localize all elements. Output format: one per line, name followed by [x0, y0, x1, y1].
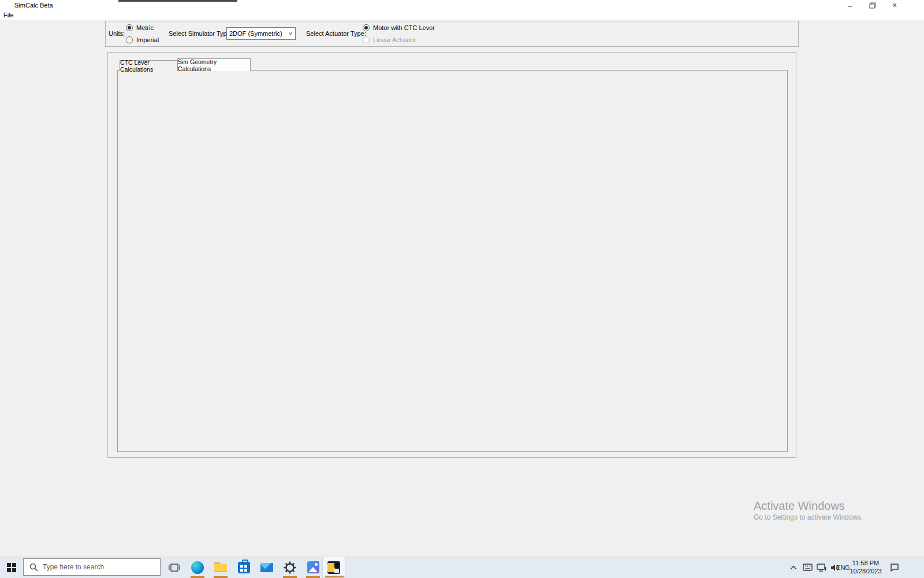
- simcalc-app-icon: [327, 561, 340, 574]
- notification-icon: [890, 563, 899, 572]
- search-placeholder: Type here to search: [43, 563, 104, 571]
- photos-icon: [307, 561, 319, 573]
- windows-logo-icon: [7, 563, 16, 572]
- gear-icon: [284, 561, 296, 574]
- radio-linear-actuator-label: Linear Actuator: [373, 36, 416, 43]
- tray-chevron-button[interactable]: [787, 557, 800, 578]
- action-center-button[interactable]: [886, 557, 903, 578]
- radio-linear-actuator: [363, 36, 370, 43]
- actuator-type-label: Select Actuator Type:: [306, 30, 366, 37]
- radio-metric[interactable]: [126, 24, 133, 31]
- taskbar-search[interactable]: Type here to search: [23, 558, 161, 576]
- restore-icon: [869, 2, 876, 9]
- sim-type-label: Select Simulator Type:: [169, 30, 232, 37]
- taskbar-explorer-button[interactable]: [209, 557, 232, 578]
- store-icon: [238, 562, 250, 573]
- radio-metric-label[interactable]: Metric: [136, 24, 154, 31]
- window-title: SimCalc Beta: [14, 2, 53, 9]
- clock-time: 11:58 PM: [848, 559, 884, 567]
- menu-bar: [0, 11, 924, 20]
- close-button[interactable]: ✕: [885, 0, 904, 11]
- task-view-button[interactable]: [163, 557, 186, 578]
- tray-keyboard-button[interactable]: [800, 557, 814, 578]
- sim-type-value: 2DOF (Symmetric): [227, 30, 286, 37]
- taskbar-settings-button[interactable]: [278, 557, 301, 578]
- minimize-button[interactable]: –: [840, 0, 860, 11]
- restore-button[interactable]: [863, 0, 882, 11]
- sim-type-dropdown[interactable]: 2DOF (Symmetric) ∨: [226, 27, 296, 40]
- units-label: Units:: [109, 30, 125, 37]
- activate-windows-text: Activate Windows: [754, 499, 845, 513]
- file-explorer-icon: [214, 562, 227, 572]
- menu-file[interactable]: File: [3, 12, 14, 18]
- taskbar-photos-button[interactable]: [301, 557, 325, 578]
- radio-motor-ctc-label[interactable]: Motor with CTC Lever: [373, 24, 435, 31]
- search-icon: [29, 563, 38, 572]
- touch-keyboard-icon: [803, 564, 813, 571]
- tab-sim-geometry-label: Sim Geometry Calculations: [178, 58, 250, 72]
- background-window-strip: [118, 0, 237, 2]
- network-icon: [817, 564, 827, 572]
- activate-windows-subtext: Go to Settings to activate Windows.: [754, 513, 863, 521]
- tab-sim-geometry[interactable]: Sim Geometry Calculations: [177, 58, 251, 71]
- task-view-icon: [169, 563, 180, 572]
- radio-imperial-label[interactable]: Imperial: [136, 36, 159, 43]
- chevron-down-icon: ∨: [286, 31, 295, 36]
- running-indicator: [325, 576, 344, 577]
- tab-page: [117, 70, 788, 452]
- clock-date: 10/28/2023: [848, 567, 884, 575]
- edge-icon: [191, 561, 204, 574]
- tab-ctc-lever-label: CTC Lever Calculations: [120, 59, 177, 73]
- tray-clock[interactable]: 11:58 PM 10/28/2023: [848, 559, 884, 575]
- start-button[interactable]: [0, 557, 23, 578]
- tab-ctc-lever[interactable]: CTC Lever Calculations: [120, 60, 178, 71]
- desktop: SimCalc Beta – ✕ File Units: Metric Impe…: [0, 0, 924, 578]
- minimize-icon: –: [848, 2, 852, 9]
- radio-motor-ctc[interactable]: [363, 24, 370, 31]
- taskbar-simcalc-button[interactable]: [322, 557, 345, 578]
- taskbar-edge-button[interactable]: [186, 557, 209, 578]
- chevron-up-icon: [790, 565, 797, 570]
- taskbar-store-button[interactable]: [232, 557, 255, 578]
- close-icon: ✕: [892, 2, 897, 9]
- taskbar-mail-button[interactable]: [255, 557, 278, 578]
- mail-icon: [260, 563, 273, 572]
- radio-imperial[interactable]: [126, 36, 133, 43]
